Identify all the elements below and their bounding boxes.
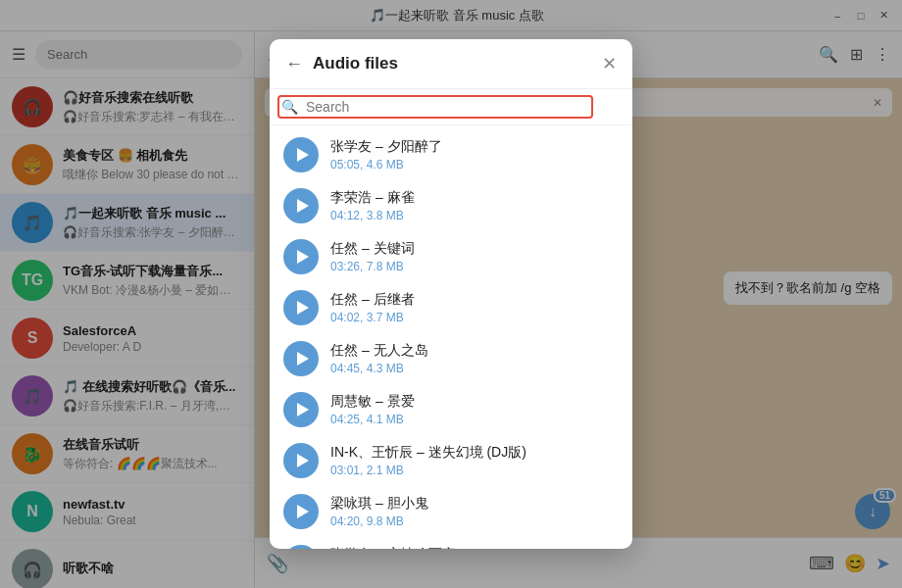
audio-files-modal: ← Audio files ✕ 🔍 ← 张学友 – 夕阳醉了 05:05, 4.… — [270, 39, 632, 549]
audio-meta: 04:02, 3.7 MB — [330, 311, 619, 324]
modal-close-button[interactable]: ✕ — [602, 53, 617, 74]
audio-info: 任然 – 关键词 03:26, 7.8 MB — [330, 240, 619, 273]
audio-info: 张学友 – 夕阳醉了 05:05, 4.6 MB — [330, 138, 619, 172]
modal-search-icon: 🔍 — [281, 99, 298, 115]
audio-meta: 05:05, 4.6 MB — [330, 158, 619, 172]
play-button[interactable] — [283, 392, 319, 427]
audio-info: IN-K、王忻辰 – 迷失幻境 (DJ版) 03:01, 2.1 MB — [330, 444, 619, 477]
audio-item[interactable]: 周慧敏 – 景爱 04:25, 4.1 MB — [270, 384, 632, 435]
audio-title: 任然 – 无人之岛 — [330, 342, 619, 360]
audio-info: 周慧敏 – 景爱 04:25, 4.1 MB — [330, 393, 619, 426]
audio-item[interactable]: 李荣浩 – 麻雀 04:12, 3.8 MB — [270, 180, 632, 231]
play-button[interactable] — [283, 341, 319, 376]
audio-item[interactable]: 梁咏琪 – 胆小鬼 04:20, 9.8 MB — [270, 486, 632, 537]
audio-item[interactable]: 任然 – 关键词 03:26, 7.8 MB — [270, 231, 632, 282]
audio-meta: 04:45, 4.3 MB — [330, 362, 619, 375]
audio-title: 张学友 – 忘情冷雨夜 — [330, 546, 619, 549]
audio-item[interactable]: 任然 – 无人之岛 04:45, 4.3 MB — [270, 333, 632, 384]
audio-title: 梁咏琪 – 胆小鬼 — [330, 495, 619, 513]
audio-title: IN-K、王忻辰 – 迷失幻境 (DJ版) — [330, 444, 619, 462]
modal-search-input[interactable] — [306, 99, 621, 115]
audio-item[interactable]: 任然 – 后继者 04:02, 3.7 MB — [270, 282, 632, 333]
audio-item[interactable]: IN-K、王忻辰 – 迷失幻境 (DJ版) 03:01, 2.1 MB — [270, 435, 632, 486]
audio-info: 张学友 – 忘情冷雨夜 03:56, 3.6 MB — [330, 546, 619, 549]
audio-item[interactable]: 张学友 – 夕阳醉了 05:05, 4.6 MB — [270, 129, 632, 180]
play-button[interactable] — [283, 137, 319, 172]
play-button[interactable] — [283, 290, 319, 325]
play-button[interactable] — [283, 494, 319, 529]
audio-meta: 04:25, 4.1 MB — [330, 413, 619, 426]
play-button[interactable] — [283, 188, 319, 223]
play-button[interactable] — [283, 545, 319, 549]
audio-info: 梁咏琪 – 胆小鬼 04:20, 9.8 MB — [330, 495, 619, 528]
audio-title: 李荣浩 – 麻雀 — [330, 189, 619, 207]
audio-title: 任然 – 后继者 — [330, 291, 619, 309]
modal-overlay: ← Audio files ✕ 🔍 ← 张学友 – 夕阳醉了 05:05, 4.… — [0, 0, 902, 588]
audio-title: 周慧敏 – 景爱 — [330, 393, 619, 411]
audio-info: 李荣浩 – 麻雀 04:12, 3.8 MB — [330, 189, 619, 222]
audio-meta: 04:12, 3.8 MB — [330, 209, 619, 222]
modal-audio-list: 张学友 – 夕阳醉了 05:05, 4.6 MB 李荣浩 – 麻雀 04:12,… — [270, 125, 632, 549]
audio-meta: 03:01, 2.1 MB — [330, 464, 619, 477]
modal-back-button[interactable]: ← — [285, 54, 303, 74]
audio-info: 任然 – 后继者 04:02, 3.7 MB — [330, 291, 619, 324]
audio-info: 任然 – 无人之岛 04:45, 4.3 MB — [330, 342, 619, 375]
play-button[interactable] — [283, 239, 319, 274]
play-button[interactable] — [283, 443, 319, 478]
app-container: 🎵一起来听歌 音乐 music 点歌 – □ ✕ ☰ 🎧 🎧好音乐搜索在线听歌 … — [0, 0, 902, 588]
audio-title: 任然 – 关键词 — [330, 240, 619, 258]
audio-item[interactable]: 张学友 – 忘情冷雨夜 03:56, 3.6 MB — [270, 537, 632, 549]
modal-header: ← Audio files ✕ — [270, 39, 632, 89]
audio-meta: 04:20, 9.8 MB — [330, 514, 619, 528]
modal-search-wrapper: 🔍 ← — [270, 89, 632, 125]
audio-meta: 03:26, 7.8 MB — [330, 260, 619, 273]
audio-title: 张学友 – 夕阳醉了 — [330, 138, 619, 156]
modal-title: Audio files — [313, 54, 592, 74]
